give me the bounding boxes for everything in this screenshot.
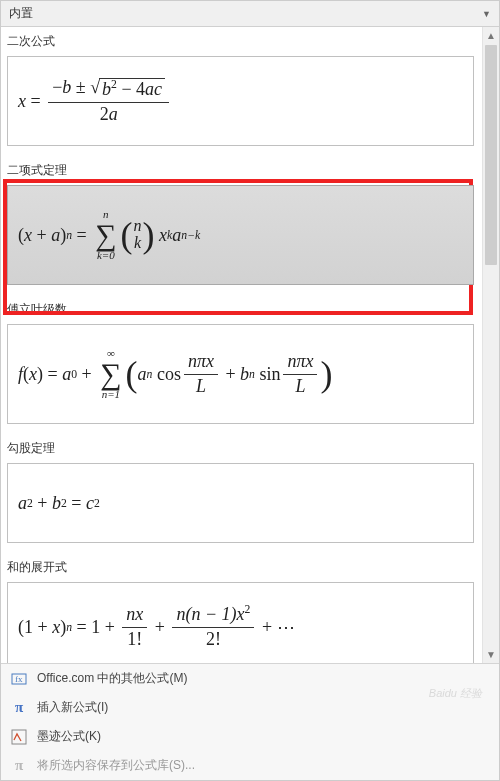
panel-title: 内置 (9, 5, 33, 22)
section-title-fourier: 傅立叶级数 (3, 295, 478, 322)
menu-label: Office.com 中的其他公式(M) (37, 670, 187, 687)
pi-icon: π (11, 700, 27, 716)
menu-save-to-gallery[interactable]: π 将所选内容保存到公式库(S)... (1, 751, 499, 780)
equation-fourier[interactable]: f(x) = a0 + ∞ ∑ n=1 ( an cos nπxL + bn s… (7, 324, 474, 424)
equation-binomial[interactable]: (x + a)n = n ∑ k=0 (nk) xkan−k (7, 185, 474, 285)
menu-ink-equation[interactable]: 墨迹公式(K) (1, 722, 499, 751)
pi-save-icon: π (11, 758, 27, 774)
section-title-binomial: 二项式定理 (3, 156, 478, 183)
equation-quadratic[interactable]: x = −b ± √b2 − 4ac 2a (7, 56, 474, 146)
equation-sum-expansion[interactable]: (1 + x)n = 1 + nx1! + n(n − 1)x22! + ⋯ (7, 582, 474, 663)
scroll-thumb[interactable] (485, 45, 497, 265)
equation-gallery: 二次公式 x = −b ± √b2 − 4ac 2a 二项式定理 (x + a)… (1, 27, 482, 663)
menu-office-more[interactable]: fx Office.com 中的其他公式(M) (1, 664, 499, 693)
menu-label: 将所选内容保存到公式库(S)... (37, 757, 195, 774)
bottom-menu: fx Office.com 中的其他公式(M) π 插入新公式(I) 墨迹公式(… (1, 663, 499, 780)
section-title-quadratic: 二次公式 (3, 27, 478, 54)
ink-icon (11, 729, 27, 745)
section-title-sumexp: 和的展开式 (3, 553, 478, 580)
menu-label: 墨迹公式(K) (37, 728, 101, 745)
vertical-scrollbar[interactable]: ▲ ▼ (482, 27, 499, 663)
scroll-down-icon[interactable]: ▼ (483, 646, 499, 663)
panel-header: 内置 ▼ (1, 1, 499, 27)
chevron-down-icon: ▼ (482, 9, 491, 19)
menu-label: 插入新公式(I) (37, 699, 108, 716)
menu-insert-new[interactable]: π 插入新公式(I) (1, 693, 499, 722)
section-title-pythag: 勾股定理 (3, 434, 478, 461)
svg-text:fx: fx (15, 674, 23, 684)
equation-icon: fx (11, 671, 27, 687)
scroll-up-icon[interactable]: ▲ (483, 27, 499, 44)
equation-pythagorean[interactable]: a2 + b2 = c2 (7, 463, 474, 543)
